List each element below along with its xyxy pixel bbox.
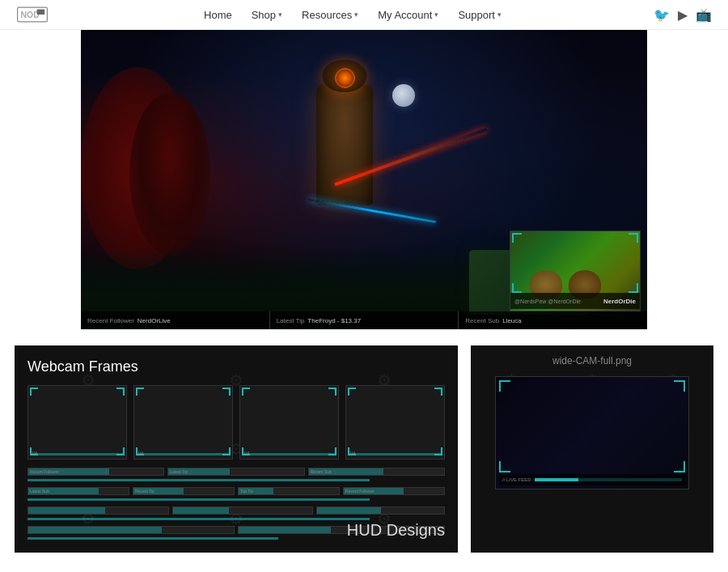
hud-bar-label-4: Latest Sub [30,489,49,494]
nav-resources[interactable]: Resources ▾ [295,0,365,30]
hud-bar-recent-follower2: Recent Follower [343,487,445,495]
twitch-icon[interactable]: 📺 [696,7,712,23]
svg-rect-2 [37,10,45,15]
hud-bar-label-7: Recent Follower [345,489,375,494]
f3-bar [242,453,336,455]
left-card: ⚙ ⚙ ⚙ ⚙ ⚙ ⚙ ⚙ ⚙ ⚙ Webcam Frames 1/4 [15,345,458,553]
cam-corner-tr [629,233,638,243]
cam-corner-tl [512,233,522,243]
f2-corner-tr [222,388,231,396]
account-chevron-icon: ▾ [434,11,438,19]
webcam-frames-title: Webcam Frames [28,358,445,375]
robot-character [296,84,393,246]
hud-bar-label-3: Recent Sub [311,469,332,474]
f1-bar [30,453,125,455]
f4-label: 1/4 [349,451,355,455]
recent-sub-stat: Recent Sub Lleuca [459,311,647,329]
hero-section: @NerdsPew @NerdOrDie NerdOrDie Recent Fo… [81,30,647,329]
f2-bar [136,453,231,455]
latest-tip-value: TheFroyd - $13.37 [307,317,361,324]
rcam-corner-bl [499,461,510,472]
stream-stats-bar: Recent Follower NerdOrLive Latest Tip Th… [81,311,647,329]
f1-label: 1/4 [32,451,37,455]
right-card-filename: wide-CAM-full.png [543,345,641,376]
hud-accent-bar-1 [28,479,370,481]
hud-accent-bar-3 [28,518,370,520]
hud-bar-label-6: Top Tip [240,489,253,494]
shop-chevron-icon: ▾ [278,11,282,19]
frame-1: 1/4 [28,385,127,460]
hud-designs-label: HUD Designs [347,521,445,540]
recent-follower-label: Recent Follower [87,317,134,324]
frame-3: 1/4 [239,385,339,460]
cam-logo-text: NerdOrDie [603,298,636,305]
right-card: ⚙ ⚙ ⚙ ⚙ ⚙ ⚙ wide-CAM-full.png // LIVE FE… [471,345,713,553]
hud-bar-recent-follower: Recent Follower [28,468,164,476]
rcam-corner-tl [499,380,510,392]
bottom-section: ⚙ ⚙ ⚙ ⚙ ⚙ ⚙ ⚙ ⚙ ⚙ Webcam Frames 1/4 [0,329,728,569]
cam-corner-br [629,283,638,293]
f3-corner-tl [242,388,250,396]
hud-bar-label-1: Recent Follower [30,469,59,474]
main-nav: Home Shop ▾ Resources ▾ My Account ▾ Sup… [197,0,508,30]
wide-cam-bar: // LIVE FEED [499,474,685,485]
f3-label: 1/4 [243,451,249,455]
cam-corner-bl [512,283,522,293]
social-icons: 🐦 ▶ 📺 [654,7,712,23]
tree-left2-decoration [129,93,210,255]
f4-corner-tr [434,388,442,396]
nav-home[interactable]: Home [197,0,239,30]
live-feed-bar [535,478,682,481]
hud-accent-bar-2 [28,498,370,501]
hud-row-2: Latest Sub Recent Tip Top Tip Recent Fol… [28,487,445,495]
f2-label: 1/4 [138,451,143,455]
header: NOD Home Shop ▾ Resources ▾ My Account ▾… [0,0,728,30]
f2-corner-tl [136,388,144,396]
recent-sub-value: Lleuca [502,317,522,324]
logo[interactable]: NOD [16,3,52,26]
overlay-cam: @NerdsPew @NerdOrDie NerdOrDie [510,231,641,311]
f3-corner-tr [328,388,336,396]
recent-follower-stat: Recent Follower NerdOrLive [81,311,270,329]
wide-cam-preview: // LIVE FEED [495,376,689,489]
nav-support[interactable]: Support ▾ [451,0,508,30]
live-feed-accent [535,478,579,481]
hud-accent-bar-4 [28,537,278,540]
live-feed-label: // LIVE FEED [502,477,531,482]
latest-tip-stat: Latest Tip TheFroyd - $13.37 [270,311,459,329]
wide-cam-feed [496,377,688,489]
hud-bar-r3-1 [28,506,169,515]
f1-corner-tl [30,388,38,396]
rcam-corner-tr [674,380,685,392]
resources-chevron-icon: ▾ [354,11,358,19]
robot-body [316,84,373,205]
f4-corner-tl [348,388,356,396]
hud-bar-top-tip: Top Tip [238,487,340,495]
hud-bar-label-2: Latest Tip [170,469,188,474]
cam-branding-bar: @NerdsPew @NerdOrDie NerdOrDie [510,293,640,309]
hud-row-1: Recent Follower Latest Tip Recent Sub [28,468,445,476]
recent-follower-value: NerdOrLive [138,317,171,324]
hero-image: @NerdsPew @NerdOrDie NerdOrDie Recent Fo… [81,30,647,329]
nav-my-account[interactable]: My Account ▾ [371,0,445,30]
robot-head [323,60,367,92]
robot-eye [335,68,355,88]
hud-row-3 [28,506,445,515]
twitter-icon[interactable]: 🐦 [654,7,670,23]
frame-4: 1/4 [345,385,445,460]
hud-bar-latest-tip: Latest Tip [167,468,304,476]
moon-decoration [392,84,415,107]
youtube-icon[interactable]: ▶ [678,7,688,23]
recent-sub-label: Recent Sub [465,317,499,324]
cam-brand-handles: @NerdsPew @NerdOrDie [514,299,581,304]
support-chevron-icon: ▾ [497,11,502,19]
hud-bar-latest-sub: Latest Sub [28,487,129,495]
nav-shop[interactable]: Shop ▾ [245,0,289,30]
frame-2: 1/4 [133,385,233,460]
f1-corner-tr [116,388,125,396]
hud-bar-r4-1 [28,526,235,534]
f4-bar [348,453,442,455]
rcam-corner-br [674,461,685,472]
hud-bar-recent-sub: Recent Sub [308,468,445,476]
latest-tip-label: Latest Tip [277,317,305,324]
